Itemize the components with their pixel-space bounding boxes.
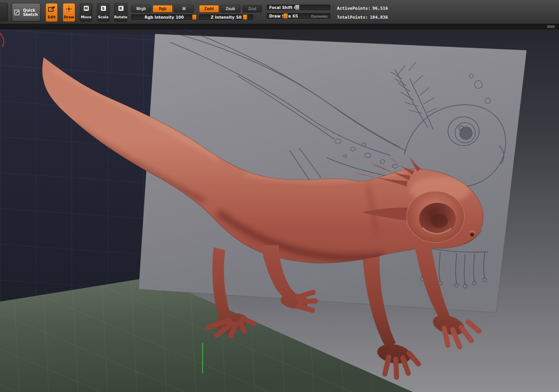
rgb-button[interactable]: Rgb	[153, 5, 173, 12]
draw-button[interactable]: Draw	[63, 3, 75, 22]
wall-grid	[0, 29, 157, 302]
move-button[interactable]: M Move	[80, 3, 92, 22]
zsub-button[interactable]: Zsub	[220, 5, 240, 12]
active-points-value: 96,516	[372, 6, 388, 11]
rotate-shortcut-badge: R	[118, 6, 123, 11]
tray-handle[interactable]	[547, 25, 555, 28]
rgb-intensity-value: 100	[176, 15, 184, 19]
partial-left-button[interactable]	[0, 3, 8, 21]
edit-transpose-icon	[48, 6, 56, 12]
model-eye-socket	[407, 191, 464, 243]
m-button[interactable]: M	[174, 5, 194, 12]
top-toolbar: Quick Sketch Edit Draw M Move S Scale R	[0, 0, 559, 24]
mrgb-button[interactable]: Mrgb	[131, 5, 151, 12]
sketch-icon	[14, 9, 21, 16]
move-label: Move	[81, 15, 91, 19]
draw-size-value: 65	[293, 14, 298, 18]
total-points-readout: TotalPoints: 104,836	[337, 15, 388, 20]
draw-crosshair-icon	[65, 6, 73, 12]
move-shortcut-badge: M	[84, 6, 89, 11]
quick-sketch-button[interactable]: Quick Sketch	[12, 3, 41, 21]
focal-shift-slider[interactable]: Focal Shift 0	[267, 5, 330, 10]
quick-sketch-label: Quick Sketch	[23, 8, 38, 17]
scale-button[interactable]: S Scale	[97, 3, 109, 22]
rgb-intensity-label: Rgb Intensity	[145, 15, 174, 19]
sculpt-viewport[interactable]	[0, 29, 559, 392]
dynamic-mode-label: Dynamic	[311, 14, 328, 18]
active-points-label: ActivePoints:	[337, 6, 370, 11]
z-intensity-slider[interactable]: Z Intensity 50	[199, 14, 253, 20]
rotate-button[interactable]: R Rotate	[114, 3, 127, 22]
rgb-intensity-slider[interactable]: Rgb Intensity 100	[131, 14, 197, 20]
scale-label: Scale	[98, 15, 108, 19]
rotate-label: Rotate	[114, 15, 127, 19]
draw-size-thumb[interactable]	[283, 13, 288, 19]
zbrush-window: Quick Sketch Edit Draw M Move S Scale R	[0, 0, 559, 392]
z-intensity-label: Z Intensity	[211, 15, 235, 19]
focal-shift-label: Focal Shift	[269, 5, 293, 10]
zcut-button[interactable]: Zcut	[243, 5, 262, 12]
z-intensity-value: 50	[236, 15, 242, 19]
rgb-intensity-thumb[interactable]	[192, 14, 197, 20]
draw-size-slider[interactable]: Draw Size 65 Dynamic	[267, 13, 330, 19]
focal-shift-thumb[interactable]	[295, 5, 300, 10]
scale-shortcut-badge: S	[101, 6, 106, 11]
draw-label: Draw	[64, 15, 74, 19]
active-points-readout: ActivePoints: 96,516	[337, 6, 388, 11]
zadd-button[interactable]: Zadd	[199, 5, 219, 12]
total-points-value: 104,836	[370, 15, 388, 20]
edit-button[interactable]: Edit	[46, 3, 58, 22]
top-tray-strip	[0, 24, 559, 29]
edit-label: Edit	[48, 15, 56, 19]
total-points-label: TotalPoints:	[337, 15, 368, 20]
z-intensity-thumb[interactable]	[243, 14, 247, 20]
